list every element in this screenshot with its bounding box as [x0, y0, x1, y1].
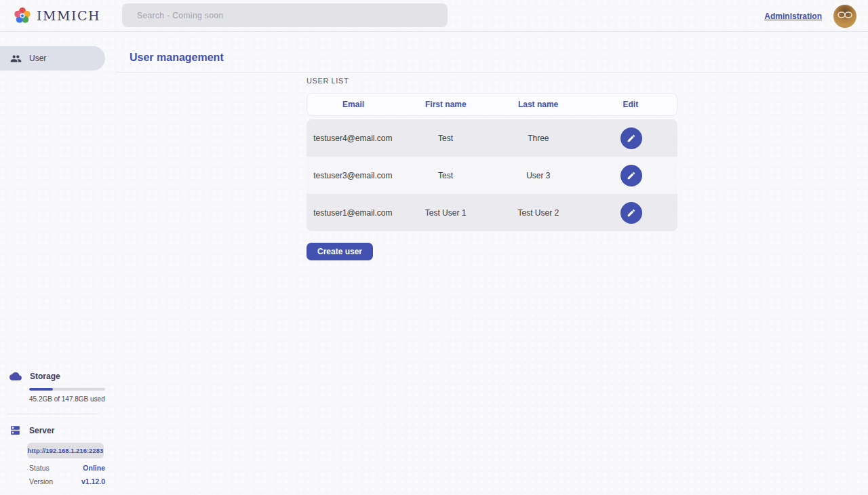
cell-first-name: Test — [399, 134, 492, 143]
sidebar-item-user[interactable]: User — [0, 46, 105, 71]
pencil-icon — [627, 171, 636, 180]
search-input[interactable] — [122, 3, 448, 27]
topbar: IMMICH Administration — [0, 0, 868, 32]
main-content: User management USER LIST Email First na… — [116, 32, 868, 495]
table-row: testuser4@email.com Test Three — [307, 119, 677, 157]
column-header-edit: Edit — [585, 100, 677, 109]
page-title: User management — [130, 52, 224, 64]
edit-user-button[interactable] — [620, 202, 642, 224]
create-user-button[interactable]: Create user — [307, 243, 373, 260]
storage-progress-fill — [29, 388, 53, 391]
cell-email: testuser3@email.com — [307, 171, 399, 180]
search-bar — [122, 3, 448, 27]
table-header: Email First name Last name Edit — [307, 93, 677, 116]
cell-last-name: Three — [492, 134, 585, 143]
cell-first-name: Test User 1 — [399, 208, 492, 218]
sidebar-footer: Storage 45.2GB of 147.8GB used Server ht… — [0, 370, 105, 495]
storage-title: Storage — [30, 372, 60, 381]
footer-divider — [7, 414, 98, 414]
user-list-section: USER LIST Email First name Last name Edi… — [307, 77, 677, 260]
user-avatar[interactable] — [833, 5, 856, 28]
version-value: v1.12.0 — [81, 477, 105, 486]
status-value: Online — [83, 464, 105, 472]
server-icon — [9, 424, 21, 436]
users-icon — [10, 53, 22, 64]
storage-usage-text: 45.2GB of 147.8GB used — [29, 395, 105, 403]
sidebar-item-user-label: User — [29, 54, 46, 63]
pencil-icon — [627, 208, 636, 218]
status-label: Status — [29, 464, 50, 472]
table-row: testuser3@email.com Test User 3 — [307, 157, 677, 194]
storage-progress-bar — [29, 388, 105, 391]
server-status-row: Status Online — [29, 464, 105, 472]
immich-flower-icon — [14, 7, 31, 24]
glasses-icon — [837, 11, 853, 19]
cell-last-name: Test User 2 — [492, 208, 585, 218]
server-url-badge: http://192.168.1.216:2283 — [27, 443, 104, 458]
cell-email: testuser4@email.com — [307, 134, 399, 143]
version-label: Version — [29, 477, 53, 486]
table-row: testuser1@email.com Test User 1 Test Use… — [307, 194, 677, 231]
administration-link[interactable]: Administration — [764, 12, 822, 21]
server-title: Server — [29, 426, 54, 435]
server-version-row: Version v1.12.0 — [29, 477, 105, 486]
immich-logo[interactable]: IMMICH — [14, 7, 100, 24]
cloud-icon — [9, 370, 22, 382]
title-divider — [116, 72, 868, 73]
cell-first-name: Test — [399, 171, 492, 180]
cell-email: testuser1@email.com — [307, 208, 399, 218]
user-list-label: USER LIST — [307, 77, 677, 85]
cell-last-name: User 3 — [492, 171, 585, 180]
table-body: testuser4@email.com Test Three testuser3… — [307, 119, 677, 231]
brand-name: IMMICH — [37, 8, 100, 23]
storage-section-header: Storage — [0, 370, 105, 382]
edit-user-button[interactable] — [620, 127, 642, 149]
server-url: http://192.168.1.216:2283 — [28, 447, 103, 454]
column-header-email: Email — [307, 100, 399, 109]
server-section-header: Server — [0, 424, 105, 436]
column-header-first-name: First name — [399, 100, 492, 109]
column-header-last-name: Last name — [492, 100, 585, 109]
pencil-icon — [627, 134, 636, 143]
edit-user-button[interactable] — [620, 165, 642, 186]
sidebar: User Storage 45.2GB of 147.8GB used Serv… — [0, 32, 105, 495]
topbar-right: Administration — [764, 0, 856, 32]
